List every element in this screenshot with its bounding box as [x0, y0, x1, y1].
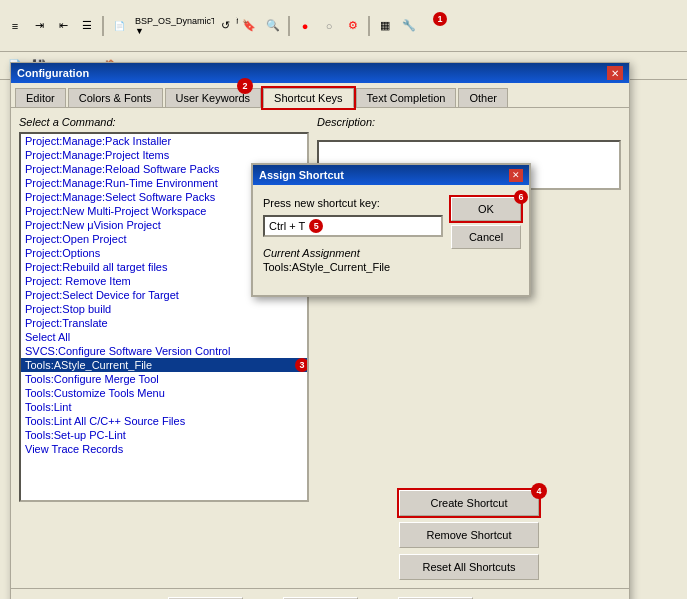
- assign-shortcut-dialog: Assign Shortcut ✕ Press new shortcut key…: [251, 163, 531, 297]
- command-item[interactable]: Tools:Lint: [21, 400, 307, 414]
- remove-shortcut-button[interactable]: Remove Shortcut: [399, 522, 539, 548]
- toolbar-outdent[interactable]: ⇤: [52, 15, 74, 37]
- toolbar-badge1: 1: [422, 15, 444, 37]
- toolbar-search[interactable]: 🔍: [262, 15, 284, 37]
- toolbar-stop[interactable]: ●: [294, 15, 316, 37]
- tab-colors-fonts[interactable]: Colors & Fonts: [68, 88, 163, 108]
- press-shortcut-label: Press new shortcut key:: [263, 197, 443, 209]
- configuration-dialog: Configuration ✕ Editor Colors & Fonts Us…: [10, 62, 630, 599]
- description-label: Description:: [317, 116, 621, 128]
- command-item[interactable]: Project:Manage:Project Items: [21, 148, 307, 162]
- sub-dialog-buttons: OK 6 Cancel: [451, 197, 521, 283]
- command-item[interactable]: Select All: [21, 330, 307, 344]
- tabs-bar: Editor Colors & Fonts User Keywords Shor…: [11, 83, 629, 108]
- badge-6: 6: [514, 190, 528, 204]
- sub-dialog-title: Assign Shortcut: [259, 169, 344, 181]
- badge-1: 1: [433, 12, 447, 26]
- toolbar-run[interactable]: ⚙: [342, 15, 364, 37]
- tab-other[interactable]: Other: [458, 88, 508, 108]
- sub-ok-button[interactable]: OK: [451, 197, 521, 221]
- toolbar-file[interactable]: 📄: [108, 15, 130, 37]
- tab-shortcut-keys[interactable]: Shortcut Keys: [263, 88, 353, 108]
- shortcut-input-display[interactable]: Ctrl + T 5: [263, 215, 443, 237]
- shortcut-input-row: Ctrl + T 5: [263, 215, 443, 237]
- reset-shortcuts-button[interactable]: Reset All Shortcuts: [399, 554, 539, 580]
- dialog-close-button[interactable]: ✕: [607, 66, 623, 80]
- separator-3: [368, 16, 370, 36]
- toolbar-dropdown1[interactable]: BSP_OS_DynamicTickInit ▼: [132, 15, 212, 37]
- separator-1: [102, 16, 104, 36]
- toolbar-circle[interactable]: ○: [318, 15, 340, 37]
- badge-3: 3: [295, 358, 309, 372]
- tabs-wrapper: Editor Colors & Fonts User Keywords Shor…: [11, 83, 629, 108]
- command-item[interactable]: View Trace Records: [21, 442, 307, 456]
- toolbar: ≡ ⇥ ⇤ ☰ 📄 BSP_OS_DynamicTickInit ▼ ↺ 🔖 🔍…: [0, 0, 687, 52]
- badge-2: 2: [237, 78, 253, 94]
- sub-dialog-titlebar: Assign Shortcut ✕: [253, 165, 529, 185]
- sub-dialog-close-button[interactable]: ✕: [509, 169, 523, 182]
- toolbar-wrench[interactable]: 🔧: [398, 15, 420, 37]
- separator-2: [288, 16, 290, 36]
- command-item[interactable]: Tools:Set-up PC-Lint: [21, 428, 307, 442]
- command-item[interactable]: Project:Stop build: [21, 302, 307, 316]
- sub-dialog-body: Press new shortcut key: Ctrl + T 5 Curre…: [253, 185, 529, 295]
- command-label: Select a Command:: [19, 116, 309, 128]
- current-assignment-value: Tools:AStyle_Current_File: [263, 261, 443, 273]
- command-item[interactable]: SVCS:Configure Software Version Control: [21, 344, 307, 358]
- shortcut-value: Ctrl + T: [269, 220, 305, 232]
- dialog-footer: OK Cancel Help: [11, 588, 629, 599]
- command-item[interactable]: Project:Translate: [21, 316, 307, 330]
- current-assignment-label: Current Assignment: [263, 247, 443, 259]
- command-item[interactable]: Project:Manage:Pack Installer: [21, 134, 307, 148]
- badge-5: 5: [309, 219, 323, 233]
- badge-4: 4: [531, 483, 547, 499]
- command-item[interactable]: Tools:AStyle_Current_File3: [21, 358, 307, 372]
- command-item[interactable]: Tools:Customize Tools Menu: [21, 386, 307, 400]
- dialog-title: Configuration: [17, 67, 89, 79]
- sub-cancel-button[interactable]: Cancel: [451, 225, 521, 249]
- command-item[interactable]: Tools:Lint All C/C++ Source Files: [21, 414, 307, 428]
- toolbar-align-left[interactable]: ≡: [4, 15, 26, 37]
- tab-text-completion[interactable]: Text Completion: [356, 88, 457, 108]
- toolbar-refresh[interactable]: ↺: [214, 15, 236, 37]
- toolbar-grid[interactable]: ▦: [374, 15, 396, 37]
- create-shortcut-button[interactable]: Create Shortcut: [399, 490, 539, 516]
- dialog-titlebar: Configuration ✕: [11, 63, 629, 83]
- command-item[interactable]: Tools:Configure Merge Tool: [21, 372, 307, 386]
- toolbar-bookmark[interactable]: 🔖: [238, 15, 260, 37]
- tab-editor[interactable]: Editor: [15, 88, 66, 108]
- toolbar-indent[interactable]: ⇥: [28, 15, 50, 37]
- dialog-overlay: Configuration ✕ Editor Colors & Fonts Us…: [0, 52, 687, 599]
- toolbar-list[interactable]: ☰: [76, 15, 98, 37]
- buttons-panel: Create Shortcut 4 Remove Shortcut Reset …: [317, 490, 621, 580]
